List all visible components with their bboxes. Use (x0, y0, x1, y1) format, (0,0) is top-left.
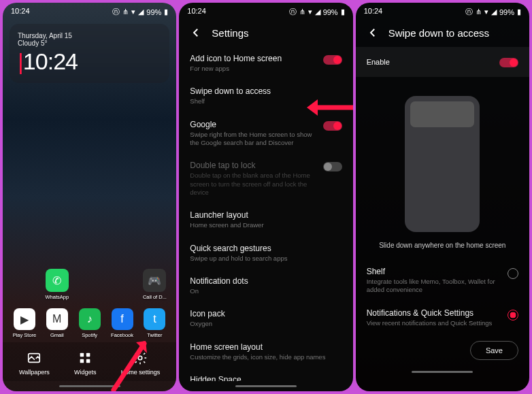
radio-option[interactable]: ShelfIntegrate tools like Memo, Toolbox,… (356, 260, 529, 301)
radio[interactable] (508, 268, 518, 279)
svg-rect-1 (80, 353, 84, 357)
enable-toggle[interactable] (499, 58, 518, 67)
preview-phone-icon (405, 96, 480, 232)
app-item[interactable]: ✆WhatsApp (42, 269, 72, 300)
radio[interactable] (508, 310, 518, 321)
battery-pct: 99% (499, 8, 514, 16)
app-item[interactable]: MGmail (42, 308, 72, 338)
widget-time: |10:24 (18, 48, 161, 75)
app-item[interactable]: 🎮Call of D... (139, 269, 169, 300)
battery-icon: ▮ (517, 7, 521, 16)
status-icons: ⓝ ⋔ ▾ ◢ 99% ▮ (289, 7, 345, 17)
settings-row[interactable]: Icon packOxygen (190, 302, 342, 335)
app-row-2: ▶Play StoreMGmail♪SpotifyfFacebooktTwitt… (3, 304, 176, 342)
wifi-icon: ▾ (308, 7, 312, 16)
battery-icon: ▮ (164, 7, 168, 16)
dnd-icon: ⋔ (299, 7, 305, 16)
swipe-header: Swipe down to access (356, 18, 529, 47)
signal-icon: ◢ (138, 7, 144, 16)
svg-rect-4 (86, 359, 90, 363)
settings-row[interactable]: Launcher layoutHome screen and Drawer (190, 203, 342, 236)
app-row-1: ✆WhatsApp🎮Call of D... (3, 265, 176, 304)
battery-pct: 99% (146, 8, 161, 16)
battery-icon: ▮ (341, 7, 345, 16)
preview-area: Slide down anywhere on the home screen (356, 85, 529, 260)
settings-row[interactable]: Swipe down to accessShelf (190, 80, 342, 112)
status-icons: ⓝ ⋔ ▾ ◢ 99% ▮ (112, 7, 168, 17)
back-icon[interactable] (367, 27, 379, 39)
settings-row[interactable]: Home screen layoutCustomize the grids, i… (190, 335, 342, 368)
nfc-icon: ⓝ (112, 7, 120, 17)
gesture-bar[interactable] (412, 371, 473, 373)
launcher-options: WallpapersWidgetsHome settings (3, 342, 176, 381)
screen-swipe-down: 10:24 ⓝ ⋔ ▾ ◢ 99% ▮ Swipe down to access… (356, 3, 529, 391)
settings-row[interactable]: GoogleSwipe right from the Home screen t… (190, 113, 342, 154)
widget-date: Thursday, April 15 (18, 32, 161, 39)
launcher-option[interactable]: Wallpapers (19, 350, 50, 376)
app-item (10, 269, 39, 300)
status-bar: 10:24 ⓝ ⋔ ▾ ◢ 99% ▮ (3, 3, 176, 18)
swipe-title: Swipe down to access (388, 27, 489, 39)
app-item[interactable]: ▶Play Store (10, 308, 39, 338)
svg-rect-3 (80, 359, 84, 363)
app-item[interactable]: fFacebook (107, 308, 137, 338)
toggle[interactable] (323, 121, 342, 131)
launcher-option[interactable]: Widgets (74, 350, 97, 376)
status-time: 10:24 (187, 7, 206, 17)
wifi-icon: ▾ (131, 7, 135, 16)
gesture-bar[interactable] (235, 385, 297, 387)
settings-row[interactable]: Notification dotsOn (190, 269, 342, 302)
signal-icon: ◢ (491, 7, 497, 16)
radio-option[interactable]: Notifications & Quick SettingsView recen… (356, 301, 529, 334)
gesture-bar[interactable] (59, 385, 120, 387)
launcher-option[interactable]: Home settings (121, 350, 161, 376)
settings-list[interactable]: Add icon to Home screenFor new appsSwipe… (179, 47, 352, 381)
settings-row[interactable]: Hidden Space (190, 368, 342, 381)
enable-row[interactable]: Enable (356, 47, 529, 77)
svg-rect-2 (86, 353, 90, 357)
toggle[interactable] (323, 55, 342, 65)
status-bar: 10:24 ⓝ ⋔ ▾ ◢ 99% ▮ (179, 3, 352, 18)
settings-row[interactable]: Double tap to lockDouble tap on the blan… (190, 154, 342, 203)
dnd-icon: ⋔ (122, 7, 129, 16)
clock-widget[interactable]: Thursday, April 15 Cloudy 5° |10:24 (10, 24, 169, 83)
app-item (75, 269, 105, 300)
settings-header: Settings (179, 18, 352, 47)
nfc-icon: ⓝ (289, 7, 297, 17)
status-icons: ⓝ ⋔ ▾ ◢ 99% ▮ (465, 7, 521, 17)
screen-home: 10:24 ⓝ ⋔ ▾ ◢ 99% ▮ Thursday, April 15 C… (3, 3, 176, 391)
app-item (107, 269, 137, 300)
toggle[interactable] (323, 162, 342, 171)
widget-weather: Cloudy 5° (18, 39, 161, 47)
app-item[interactable]: tTwitter (139, 308, 169, 338)
settings-row[interactable]: Add icon to Home screenFor new apps (190, 47, 342, 80)
battery-pct: 99% (323, 8, 338, 16)
svg-point-5 (139, 356, 143, 360)
settings-title: Settings (212, 27, 248, 39)
signal-icon: ◢ (315, 7, 320, 16)
wifi-icon: ▾ (484, 7, 488, 16)
status-time: 10:24 (11, 7, 30, 17)
save-button[interactable]: Save (470, 341, 518, 360)
dnd-icon: ⋔ (476, 7, 482, 16)
settings-row[interactable]: Quick search gesturesSwipe up and hold t… (190, 237, 342, 269)
status-time: 10:24 (364, 7, 383, 17)
status-bar: 10:24 ⓝ ⋔ ▾ ◢ 99% ▮ (356, 3, 529, 18)
nfc-icon: ⓝ (465, 7, 473, 17)
app-item[interactable]: ♪Spotify (75, 308, 105, 338)
enable-label: Enable (367, 58, 390, 66)
back-icon[interactable] (190, 27, 202, 39)
preview-caption: Slide down anywhere on the home screen (379, 242, 505, 249)
screen-settings: 10:24 ⓝ ⋔ ▾ ◢ 99% ▮ Settings Add icon to… (179, 3, 352, 391)
